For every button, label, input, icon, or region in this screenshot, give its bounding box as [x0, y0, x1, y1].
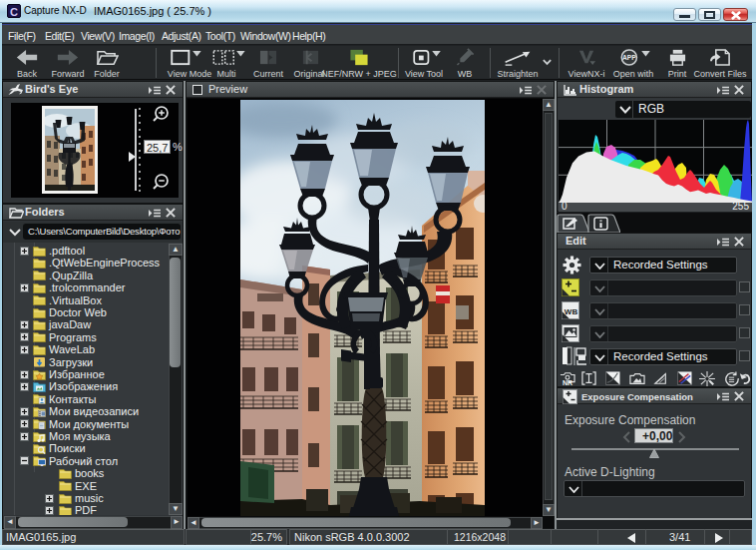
- svg-text:NR: NR: [563, 379, 572, 386]
- svg-text:APP: APP: [622, 54, 636, 61]
- svg-text:WB: WB: [565, 307, 578, 316]
